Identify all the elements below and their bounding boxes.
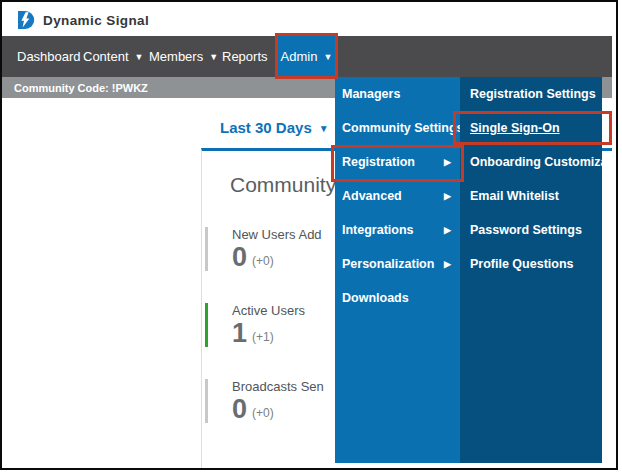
stat-value: 1 [232,319,247,347]
nav-item-dashboard[interactable]: Dashboard [17,36,81,77]
chevron-right-icon: ▶ [444,260,451,269]
menu-item-integrations[interactable]: Integrations ▶ [335,213,460,247]
menu-item-managers[interactable]: Managers [335,77,460,111]
menu-label: Onboarding Customization [470,155,618,169]
menu-label: Advanced [342,189,444,203]
menu-label: Password Settings [470,223,582,237]
chevron-right-icon: ▶ [444,226,451,235]
top-bar: Dynamic Signal [2,2,612,36]
admin-dropdown-menu: Managers Community Settings ▶ Registrati… [335,77,460,463]
nav-label: Content [83,49,129,64]
nav-item-admin-active[interactable]: Admin ▼ [275,33,338,79]
chevron-down-icon: ▼ [319,124,329,134]
nav-item-members[interactable]: Members ▼ [149,36,218,77]
nav-label: Admin [281,49,318,64]
submenu-item-onboarding-customization[interactable]: Onboarding Customization [460,145,602,179]
menu-label: Registration [342,155,444,169]
nav-label: Reports [222,49,268,64]
submenu-item-email-whitelist[interactable]: Email Whitelist [460,179,602,213]
nav-label: Members [149,49,203,64]
menu-label: Downloads [342,291,451,305]
chevron-right-icon: ▶ [444,158,451,167]
card-title: Community [230,173,336,197]
menu-item-personalization[interactable]: Personalization ▶ [335,247,460,281]
stat-delta: (+0) [252,406,274,423]
nav-item-content[interactable]: Content ▼ [83,36,143,77]
menu-label: Personalization [342,257,444,271]
menu-label: Profile Questions [470,257,574,271]
submenu-item-profile-questions[interactable]: Profile Questions [460,247,602,281]
registration-submenu: Registration Settings Single Sign-On Onb… [460,77,602,463]
menu-item-advanced[interactable]: Advanced ▶ [335,179,460,213]
community-code-text: Community Code: !PWKZ [2,82,148,94]
stat-delta: (+0) [252,254,274,271]
menu-label: Managers [342,87,451,101]
submenu-item-password-settings[interactable]: Password Settings [460,213,602,247]
menu-item-registration[interactable]: Registration ▶ [335,145,460,179]
stat-value: 0 [232,243,247,271]
stat-value: 0 [232,395,247,423]
nav-item-reports[interactable]: Reports ▼ [222,36,282,77]
menu-label: Community Settings [342,121,464,135]
menu-label: Single Sign-On [470,121,560,135]
menu-item-downloads[interactable]: Downloads [335,281,460,315]
submenu-item-single-sign-on[interactable]: Single Sign-On [460,111,602,145]
date-range-label: Last 30 Days [220,119,312,136]
chevron-right-icon: ▶ [444,192,451,201]
nav-label: Dashboard [17,49,81,64]
stat-delta: (+1) [252,330,274,347]
menu-label: Registration Settings [470,87,596,101]
chevron-down-icon: ▼ [135,53,144,62]
chevron-down-icon: ▼ [323,53,332,62]
brand-logo[interactable]: Dynamic Signal [14,9,149,31]
menu-label: Email Whitelist [470,189,559,203]
brand-name: Dynamic Signal [43,13,149,28]
menu-label: Integrations [342,223,444,237]
date-range-dropdown[interactable]: Last 30 Days ▼ [220,119,329,136]
dynamic-signal-logo-icon [14,9,36,31]
submenu-item-registration-settings[interactable]: Registration Settings [460,77,602,111]
menu-item-community-settings[interactable]: Community Settings ▶ [335,111,460,145]
chevron-down-icon: ▼ [209,53,218,62]
app-window: Dynamic Signal Dashboard Content ▼ Membe… [0,0,618,470]
